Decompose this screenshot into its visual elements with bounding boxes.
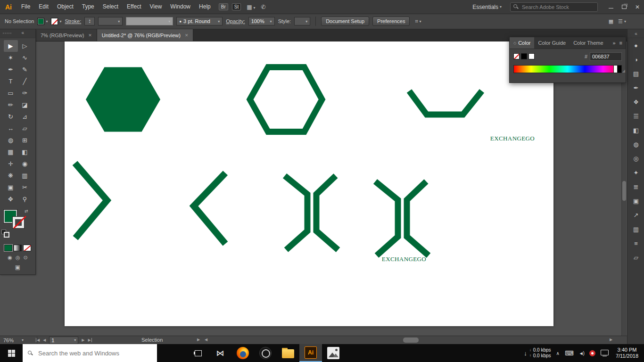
swap-fill-stroke-icon[interactable]: ⇄ — [25, 209, 28, 214]
black-swatch[interactable] — [521, 53, 527, 59]
hidden-icons-chevron[interactable]: ∧ — [556, 351, 560, 356]
share-icon[interactable]: ✆ — [261, 4, 266, 10]
taskbar-clock[interactable]: 3:40 PM 7/11/2018 — [614, 347, 640, 359]
taskbar-app-firefox[interactable] — [231, 344, 254, 362]
menu-edit[interactable]: Edit — [34, 3, 53, 10]
chevron-left-shape[interactable] — [194, 173, 225, 244]
shape-builder-tool-icon[interactable]: ◍ — [4, 134, 18, 146]
hexagon-outline-shape[interactable] — [250, 67, 322, 132]
dock-icon-transform[interactable]: ▱ — [627, 250, 644, 264]
zoom-tool-icon[interactable]: ⚲ — [18, 193, 32, 205]
x-shape-2-right[interactable] — [407, 181, 429, 255]
pen-tool-icon[interactable]: ✒ — [4, 64, 18, 75]
dock-icon-asset-export[interactable]: ↗ — [627, 208, 644, 222]
column-graph-tool-icon[interactable]: ▥ — [18, 170, 32, 181]
taskbar-search-input[interactable] — [37, 349, 152, 357]
dock-icon-swatches[interactable]: ▤ — [627, 66, 644, 81]
eraser-tool-icon[interactable]: ◪ — [18, 99, 32, 111]
minimize-button[interactable] — [604, 0, 618, 14]
x-shape-1-right[interactable] — [316, 176, 338, 250]
artboard[interactable]: EXCHANGEGO EXCHANGEGO — [65, 41, 553, 326]
first-artboard-icon[interactable]: ◀ — [36, 338, 40, 342]
lasso-tool-icon[interactable]: ∿ — [18, 52, 32, 64]
collapse-panel-icon[interactable]: « — [21, 30, 24, 35]
document-tab-inactive[interactable]: 7% (RGB/Preview) ✕ — [36, 29, 97, 41]
bridge-button[interactable]: Br — [219, 3, 228, 10]
start-button[interactable] — [0, 344, 23, 362]
taskbar-app-file-explorer[interactable] — [277, 344, 299, 362]
expand-panels-icon[interactable]: « — [627, 29, 644, 38]
tools-panel-header[interactable]: « — [0, 29, 35, 38]
type-tool-icon[interactable]: T — [4, 75, 18, 87]
selection-tool-icon[interactable]: ▶ — [4, 40, 18, 52]
menu-window[interactable]: Window — [166, 3, 195, 10]
dock-icon-layers[interactable]: ≣ — [627, 180, 644, 194]
menu-object[interactable]: Object — [53, 3, 78, 10]
scale-tool-icon[interactable]: ⊿ — [18, 111, 32, 123]
draw-behind-icon[interactable]: ◎ — [16, 255, 20, 261]
dock-icon-align[interactable]: ≡ — [627, 236, 644, 250]
document-setup-button[interactable]: Document Setup — [321, 16, 369, 26]
stroke-swatch[interactable] — [51, 18, 58, 25]
previous-artboard-icon[interactable]: ◀ — [43, 338, 46, 342]
panel-menu-icon[interactable]: ≡ — [619, 40, 622, 46]
network-display-icon[interactable] — [601, 350, 609, 356]
dock-icon-graphic-styles[interactable]: ✦ — [627, 165, 644, 180]
scroll-left-icon[interactable]: ◀ — [205, 337, 207, 342]
opacity-label[interactable]: Opacity: — [226, 18, 245, 24]
reference-point-control[interactable]: ⌗ ▾ — [415, 18, 421, 25]
tab-close-icon[interactable]: ✕ — [185, 33, 189, 38]
tab-color-theme[interactable]: Color Theme — [570, 37, 607, 49]
expand-panel-icon[interactable]: » — [612, 40, 615, 46]
dock-icon-gradient[interactable]: ◧ — [627, 123, 644, 137]
mesh-tool-icon[interactable]: ▦ — [4, 146, 18, 158]
shaper-tool-icon[interactable]: ✏ — [4, 99, 18, 111]
dock-icon-brushes[interactable]: ✒ — [627, 81, 644, 95]
dock-icon-stroke[interactable]: ☰ — [627, 109, 644, 123]
gradient-tool-icon[interactable]: ◧ — [18, 146, 32, 158]
paintbrush-tool-icon[interactable]: ✑ — [18, 87, 32, 99]
default-fill-stroke-icon[interactable] — [1, 230, 8, 236]
dock-icon-appearance[interactable]: ◎ — [627, 151, 644, 165]
open-hexagon-bottom-shape[interactable] — [409, 91, 482, 115]
line-segment-tool-icon[interactable]: ╱ — [18, 75, 32, 87]
taskbar-app-illustrator[interactable]: Ai — [299, 344, 322, 362]
stroke-color-box[interactable] — [13, 217, 24, 228]
stepper-arrows-icon[interactable]: ▴▾ — [87, 19, 92, 24]
canvas-pasteboard[interactable]: EXCHANGEGO EXCHANGEGO — [0, 41, 627, 336]
blend-tool-icon[interactable]: ◉ — [18, 158, 32, 170]
dock-icon-transparency[interactable]: ◍ — [627, 137, 644, 151]
rectangle-tool-icon[interactable]: ▭ — [4, 87, 18, 99]
keyboard-icon[interactable]: ⌨ — [565, 350, 574, 357]
tray-red-app-icon[interactable] — [589, 350, 595, 356]
symbol-sprayer-tool-icon[interactable]: ❋ — [4, 170, 18, 181]
exchangego-text-bottom[interactable]: EXCHANGEGO — [375, 255, 433, 263]
panel-layout-control[interactable]: ☰ ▾ — [618, 18, 626, 25]
zoom-level-dropdown[interactable]: 76% ▾ — [1, 337, 37, 344]
artboard-number-dropdown[interactable]: 1 ▾ — [49, 337, 78, 344]
none-swatch[interactable] — [513, 53, 520, 59]
task-view-button[interactable] — [187, 344, 209, 362]
taskbar-search[interactable] — [23, 344, 157, 362]
stroke-weight-dropdown[interactable]: ▾ — [98, 17, 123, 25]
arrange-documents-icon[interactable]: ▦▾ — [247, 4, 255, 10]
chevron-right-shape[interactable] — [75, 163, 107, 238]
draw-inside-icon[interactable]: ⊙ — [24, 255, 28, 261]
perspective-grid-tool-icon[interactable]: ⊞ — [18, 134, 32, 146]
menu-help[interactable]: Help — [195, 3, 215, 10]
x-shape-2-left[interactable] — [375, 181, 398, 255]
variable-width-profile-dropdown[interactable]: ▾ — [126, 17, 173, 25]
workspace-switcher[interactable]: Essentials ▾ — [472, 4, 502, 10]
restore-button[interactable] — [618, 0, 631, 14]
black-end-swatch[interactable] — [617, 66, 621, 73]
menu-view[interactable]: View — [146, 3, 166, 10]
direct-selection-tool-icon[interactable]: ▷ — [18, 40, 32, 52]
eyedropper-tool-icon[interactable]: ✛ — [4, 158, 18, 170]
volume-icon[interactable]: ◄) — [579, 351, 584, 356]
adobe-stock-search[interactable] — [510, 2, 598, 12]
hex-input[interactable] — [590, 52, 622, 61]
width-tool-icon[interactable]: ↔ — [4, 123, 18, 134]
color-button[interactable] — [4, 245, 12, 251]
free-transform-tool-icon[interactable]: ▱ — [18, 123, 32, 134]
taskbar-app-media[interactable]: ⋈ — [209, 344, 231, 362]
